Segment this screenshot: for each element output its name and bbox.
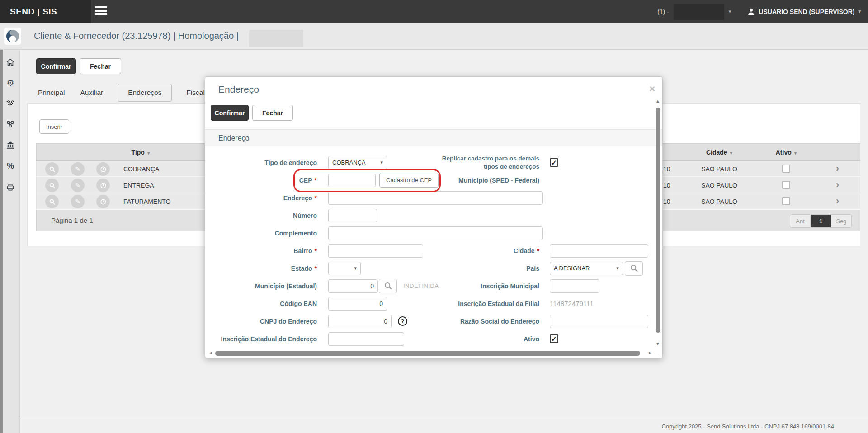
modal-section-header: Endereço [205, 129, 662, 146]
edit-pencil-icon[interactable]: ✎ [71, 162, 85, 176]
view-icon[interactable] [45, 162, 59, 176]
required-asterisk: * [315, 177, 317, 184]
tab-fiscal[interactable]: Fiscal [185, 84, 205, 101]
pais-search-button[interactable] [625, 261, 643, 276]
ativo-checkbox[interactable] [782, 181, 790, 189]
cell-tipo: COBRANÇA [123, 161, 159, 177]
cidade-input[interactable] [550, 244, 648, 258]
modal-form: Tipo de endereço COBRANÇA ▾ Replicar cad… [205, 154, 656, 348]
codigo-ean-input[interactable] [328, 297, 387, 311]
replicar-checkbox[interactable]: ✓ [550, 158, 558, 167]
scroll-down-icon[interactable]: ▼ [656, 341, 660, 346]
column-header-cidade[interactable]: Cidade▾ [683, 144, 755, 162]
vertical-scrollbar-thumb[interactable] [656, 108, 660, 333]
close-button[interactable]: Fechar [80, 58, 121, 74]
user-menu[interactable]: USUARIO SEND (SUPERVISOR) ▾ [747, 8, 861, 15]
municipio-search-button[interactable] [379, 279, 397, 293]
history-clock-icon[interactable] [96, 195, 110, 208]
insert-button[interactable]: Inserir [39, 119, 69, 134]
cnpj-endereco-input[interactable] [328, 315, 392, 328]
company-dropdown-caret-icon[interactable]: ▾ [729, 9, 731, 14]
numero-input[interactable] [328, 209, 377, 222]
cnpj-endereco-label: CNPJ do Endereço [260, 318, 317, 325]
tab-auxiliar[interactable]: Auxiliar [79, 84, 104, 101]
razao-social-input[interactable] [550, 315, 648, 328]
ie-endereco-label: Inscrição Estadual do Endereço [221, 335, 317, 343]
company-name-redacted [674, 4, 724, 20]
inscricao-municipal-input[interactable] [550, 279, 599, 293]
form-row-estado-pais: Estado* ▾ País A DESIGNAR ▾ [205, 259, 656, 277]
row-chevron-icon[interactable]: › [836, 193, 839, 209]
select-caret-icon: ▾ [380, 160, 383, 165]
home-icon[interactable] [5, 57, 15, 67]
form-row-bairro-cidade: Bairro* Cidade* [205, 242, 656, 259]
complemento-input[interactable] [328, 226, 543, 240]
estado-select[interactable]: ▾ [328, 262, 361, 275]
ie-endereco-input[interactable] [328, 332, 404, 346]
company-prefix: (1) - [657, 8, 669, 15]
ie-filial-label: Inscrição Estadual da Filial [458, 300, 539, 307]
pagination-next[interactable]: Seg [831, 215, 851, 227]
cell-cep-fragment: 10 [663, 161, 670, 177]
sidebar: ⚙ % [0, 50, 20, 433]
sort-caret-icon: ▾ [730, 150, 733, 155]
ativo-checkbox[interactable] [782, 165, 790, 173]
codigo-ean-label: Código EAN [280, 300, 317, 307]
help-icon[interactable]: ? [398, 316, 407, 326]
sidebar-scrollbar[interactable] [0, 50, 3, 433]
view-icon[interactable] [45, 195, 59, 208]
tab-bar: Principal Auxiliar Endereços Fiscal [37, 83, 206, 102]
cell-cidade: SAO PAULO [683, 177, 755, 193]
row-chevron-icon[interactable]: › [836, 161, 839, 176]
row-chevron-icon[interactable]: › [836, 177, 839, 193]
view-icon[interactable] [45, 179, 59, 192]
modal-confirm-button[interactable]: Confirmar [211, 105, 249, 121]
endereco-input[interactable] [328, 191, 543, 205]
municipio-estadual-label: Município (Estadual) [255, 282, 317, 290]
hamburger-menu-icon[interactable] [95, 6, 107, 17]
cell-cidade: SAO PAULO [683, 161, 755, 177]
scroll-left-icon[interactable]: ◄ [208, 350, 213, 355]
endereco-modal: × Endereço Confirmar Fechar Endereço Tip… [205, 76, 663, 358]
bank-icon[interactable] [5, 140, 15, 150]
modal-close-icon[interactable]: × [649, 83, 655, 95]
tab-principal[interactable]: Principal [37, 84, 66, 101]
bairro-label: Bairro [293, 247, 312, 254]
pagination-current[interactable]: 1 [811, 215, 831, 227]
horizontal-scrollbar-thumb[interactable] [215, 351, 640, 356]
check-icon: ✓ [551, 159, 557, 167]
magnifier-icon [630, 264, 638, 273]
network-nodes-icon[interactable] [5, 119, 15, 129]
ativo-checkbox-modal[interactable]: ✓ [550, 334, 558, 343]
history-clock-icon[interactable] [96, 179, 110, 192]
page-title-redacted [249, 30, 303, 47]
confirm-button[interactable]: Confirmar [36, 58, 76, 74]
magnifier-icon [384, 282, 392, 290]
printer-icon[interactable] [5, 182, 15, 192]
history-clock-icon[interactable] [96, 162, 110, 176]
municipio-estadual-input[interactable] [328, 279, 378, 293]
scroll-up-icon[interactable]: ▲ [656, 99, 660, 104]
scroll-right-icon[interactable]: ► [648, 350, 652, 355]
cep-input[interactable] [328, 174, 376, 187]
check-icon: ✓ [551, 335, 557, 343]
cadastro-cep-button[interactable]: Cadastro de CEP [379, 173, 439, 188]
percent-icon[interactable]: % [5, 161, 15, 171]
settings-gears-icon[interactable]: ⚙ [5, 78, 15, 88]
column-header-tipo[interactable]: Tipo▾ [113, 144, 168, 162]
edit-pencil-icon[interactable]: ✎ [71, 179, 85, 192]
tipo-endereco-select[interactable]: COBRANÇA ▾ [328, 156, 387, 169]
sort-caret-icon: ▾ [147, 150, 150, 155]
edit-pencil-icon[interactable]: ✎ [71, 195, 85, 208]
bairro-input[interactable] [328, 244, 423, 258]
pagination-prev[interactable]: Ant [790, 215, 811, 227]
cell-cep-fragment: 10 [663, 177, 670, 193]
copyright-text: Copyright 2025 - Send Solutions Ltda - C… [20, 418, 868, 430]
ativo-checkbox[interactable] [782, 197, 790, 205]
pais-select[interactable]: A DESIGNAR ▾ [550, 262, 623, 275]
form-row-endereco: Endereço* [205, 189, 656, 207]
partners-handshake-icon[interactable] [5, 98, 15, 108]
column-header-ativo[interactable]: Ativo▾ [764, 144, 809, 162]
tab-enderecos[interactable]: Endereços [118, 84, 172, 102]
modal-close-button[interactable]: Fechar [252, 105, 293, 121]
